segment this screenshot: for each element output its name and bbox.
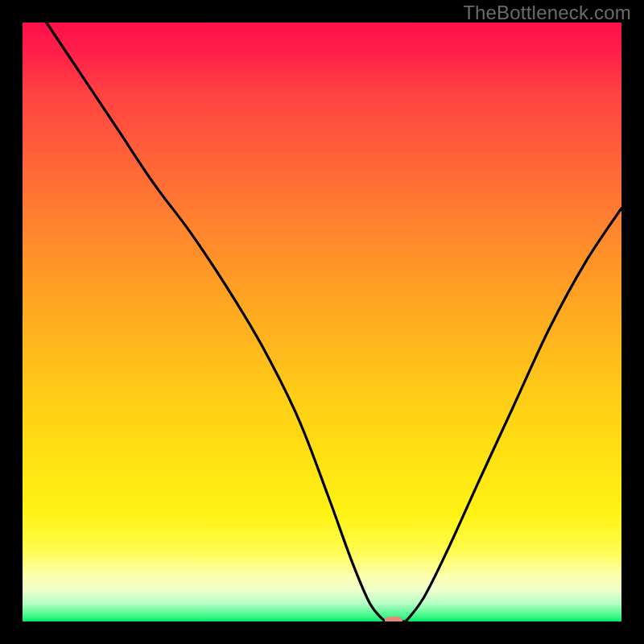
- plot-area: [23, 23, 621, 621]
- curve-right-branch: [406, 208, 621, 621]
- bottleneck-curve: [23, 23, 621, 621]
- curve-left-branch: [47, 23, 385, 621]
- watermark-text: TheBottleneck.com: [463, 2, 631, 24]
- optimal-marker: [385, 617, 402, 621]
- chart-container: TheBottleneck.com: [0, 0, 644, 644]
